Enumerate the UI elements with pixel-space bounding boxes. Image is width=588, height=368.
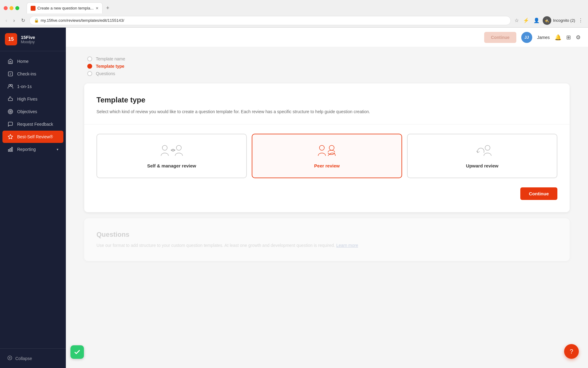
- collapse-label: Collapse: [15, 356, 32, 361]
- objectives-icon: [7, 109, 13, 115]
- traffic-light-yellow[interactable]: [9, 6, 13, 10]
- menu-btn[interactable]: ⋮: [577, 16, 584, 25]
- bestself-icon: [7, 134, 13, 140]
- svg-point-12: [176, 145, 181, 150]
- continue-btn-main[interactable]: Continue: [520, 187, 557, 200]
- questions-section: Questions Use our format to add structur…: [84, 218, 570, 261]
- logo-initials: 15: [8, 36, 14, 42]
- checkins-icon: [7, 71, 13, 77]
- learn-more-link[interactable]: Learn more: [336, 243, 358, 248]
- apps-icon[interactable]: ⊞: [566, 34, 571, 41]
- reporting-chevron: ▾: [57, 148, 58, 151]
- incognito-avatar: 🕵: [543, 16, 551, 25]
- sidebar-label-1on1s: 1-on-1s: [17, 84, 32, 89]
- svg-point-2: [11, 84, 13, 86]
- tab-close-btn[interactable]: ✕: [96, 6, 99, 10]
- forward-btn[interactable]: ›: [11, 17, 17, 25]
- settings-icon[interactable]: ⚙: [576, 34, 581, 41]
- sidebar-nav: Home Check-ins 1-on-1s Hig: [0, 51, 66, 348]
- step-template-name: Template name: [87, 56, 570, 61]
- user-avatar: JJ: [521, 32, 532, 43]
- traffic-light-green[interactable]: [15, 6, 19, 10]
- org-name: Moodjoy: [21, 40, 35, 44]
- svg-point-5: [10, 111, 11, 112]
- main-area: Continue JJ James 🔔 ⊞ ⚙ Template name Te…: [66, 28, 588, 368]
- card-title: Template type: [96, 96, 557, 104]
- tab-title: Create a new question templa...: [37, 6, 94, 10]
- option-label-peer: Peer review: [314, 163, 340, 168]
- sidebar-item-checkins[interactable]: Check-ins: [2, 68, 63, 80]
- collapse-btn[interactable]: Collapse: [2, 352, 63, 364]
- sidebar-item-requestfeedback[interactable]: Request Feedback: [2, 118, 63, 130]
- collapse-icon: [7, 355, 12, 361]
- sidebar-label-home: Home: [17, 59, 28, 64]
- step-label-2: Template type: [96, 64, 124, 69]
- sidebar-item-home[interactable]: Home: [2, 55, 63, 67]
- requestfeedback-icon: [7, 121, 13, 127]
- app-name: 15Five: [21, 35, 35, 40]
- help-button[interactable]: ?: [564, 344, 579, 359]
- address-bar[interactable]: 🔒 my.15five.com/reviews/templates/edit/1…: [29, 16, 511, 25]
- option-label-upward: Upward review: [466, 163, 499, 168]
- browser-tab-active[interactable]: Create a new question templa... ✕: [27, 2, 103, 13]
- extensions-btn[interactable]: ⚡: [522, 16, 530, 25]
- bookmark-btn[interactable]: ☆: [513, 16, 520, 25]
- step-dot-3: [87, 71, 92, 76]
- stepper: Template name Template type Questions: [84, 56, 570, 76]
- template-type-card: Template type Select which kind of revie…: [84, 83, 570, 212]
- profile-btn[interactable]: 👤: [532, 16, 541, 25]
- sidebar-label-checkins: Check-ins: [17, 71, 36, 76]
- questions-title: Questions: [96, 231, 557, 239]
- address-text: my.15five.com/reviews/templates/edit/115…: [41, 18, 124, 23]
- traffic-light-red[interactable]: [4, 6, 8, 10]
- home-icon: [7, 58, 13, 64]
- svg-rect-6: [8, 150, 9, 151]
- back-btn[interactable]: ‹: [4, 17, 9, 25]
- card-description: Select which kind of review you would li…: [96, 109, 557, 115]
- sidebar-label-reporting: Reporting: [17, 147, 36, 152]
- svg-text:<>: <>: [171, 148, 175, 152]
- option-label-self-manager: Self & manager review: [147, 163, 196, 168]
- reload-btn[interactable]: ↻: [19, 16, 27, 25]
- user-initials: JJ: [525, 35, 529, 40]
- questions-desc-text: Use our format to add structure to your …: [96, 243, 335, 248]
- sidebar-logo: 15 15Five Moodjoy: [0, 28, 66, 51]
- help-icon: ?: [570, 348, 573, 355]
- step-label-1: Template name: [96, 56, 125, 61]
- page-content: Template name Template type Questions Te…: [66, 47, 588, 368]
- step-template-type: Template type: [87, 64, 570, 69]
- sidebar-label-bestself: Best-Self Review®: [17, 134, 53, 139]
- svg-point-13: [319, 145, 324, 150]
- sidebar-item-reporting[interactable]: Reporting ▾: [2, 143, 63, 155]
- tab-favicon: [31, 6, 36, 11]
- topbar: Continue JJ James 🔔 ⊞ ⚙: [66, 28, 588, 47]
- notifications-icon[interactable]: 🔔: [555, 34, 561, 41]
- user-name: James: [537, 35, 550, 40]
- app-logo: 15: [5, 33, 17, 45]
- option-upward[interactable]: Upward review: [407, 134, 557, 178]
- option-self-manager[interactable]: <> Self & manager review: [96, 134, 247, 178]
- card-footer: Continue: [96, 187, 557, 200]
- step-questions: Questions: [87, 71, 570, 76]
- incognito-label: Incognito (2): [553, 18, 575, 23]
- highfives-icon: [7, 96, 13, 102]
- continue-btn-top[interactable]: Continue: [484, 32, 516, 43]
- check-widget[interactable]: [70, 345, 84, 359]
- sidebar-label-requestfeedback: Request Feedback: [17, 122, 53, 127]
- svg-point-10: [162, 145, 167, 150]
- step-dot-2: [87, 64, 92, 69]
- incognito-badge: 🕵 Incognito (2): [543, 16, 575, 25]
- self-manager-icon: <>: [158, 144, 186, 159]
- browser-chrome: Create a new question templa... ✕ + ‹ › …: [0, 0, 588, 28]
- svg-rect-7: [10, 148, 11, 151]
- sidebar-item-bestself[interactable]: Best-Self Review®: [2, 131, 63, 143]
- review-options: <> Self & manager review: [96, 134, 557, 178]
- sidebar-item-highfives[interactable]: High Fives: [2, 93, 63, 105]
- sidebar-item-objectives[interactable]: Objectives: [2, 105, 63, 118]
- sidebar: 15 15Five Moodjoy Home Check-ins: [0, 28, 66, 368]
- questions-desc: Use our format to add structure to your …: [96, 242, 557, 249]
- option-peer[interactable]: Peer review: [252, 134, 402, 178]
- upward-icon: [469, 144, 496, 159]
- new-tab-btn[interactable]: +: [104, 4, 112, 13]
- sidebar-item-1on1s[interactable]: 1-on-1s: [2, 80, 63, 93]
